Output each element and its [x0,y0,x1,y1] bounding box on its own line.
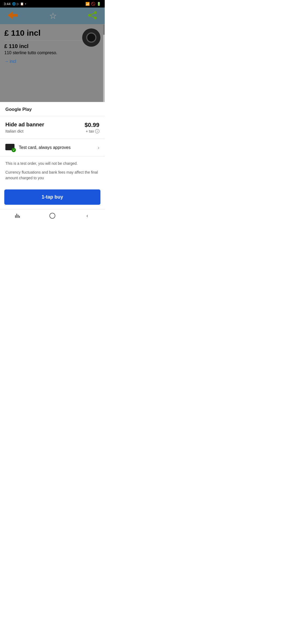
tax-info-icon[interactable]: i [95,129,99,133]
nav-recents-button[interactable] [9,210,26,221]
product-name: Hide ad banner [5,122,44,128]
back-arrow-icon [8,11,18,19]
product-app-name: Italian dict [5,129,44,133]
product-price: $0.99 [85,122,99,129]
nav-back-button[interactable]: ‹ [79,210,95,221]
card-icon-wrap [5,144,15,151]
clipboard-icon: 📋 [20,2,24,6]
product-info: Hide ad banner Italian dict [5,122,44,133]
speaker-icon [82,28,100,47]
disclaimer-line2: Currency fluctuations and bank fees may … [5,170,99,181]
disclaimer-section: This is a test order, you will not be ch… [0,156,105,189]
dict-link[interactable]: → incl [4,59,100,64]
dot-icon: • [25,2,26,5]
svg-marker-0 [8,11,18,19]
scrollbar-thumb [103,24,105,35]
home-circle-icon [49,213,55,219]
dictionary-content: £ 110 incl £ 110 incl 110 sterline tutto… [0,24,105,102]
nav-back-chevron-icon: ‹ [86,213,88,219]
share-button[interactable] [86,9,99,23]
payment-section: Google Play Hide ad banner Italian dict … [0,102,105,209]
share-icon [88,11,97,19]
battery-icon: 🔋 [97,2,101,6]
buy-button[interactable]: 1-tap buy [4,189,100,205]
dict-description: 110 sterline tutto compreso. [4,50,100,55]
card-check-icon [12,148,16,152]
wifi-icon: 📶 [85,2,90,6]
tax-label: + tax [86,129,94,133]
svg-line-5 [89,15,95,18]
payment-method-label: Test card, always approves [19,145,71,150]
google-play-header: Google Play [0,102,105,116]
scrollbar[interactable] [103,24,105,102]
dict-link-arrow: → [4,59,9,64]
product-row: Hide ad banner Italian dict $0.99 + tax … [0,116,105,139]
payment-method-row[interactable]: Test card, always approves › [0,139,105,156]
favorite-button[interactable]: ☆ [47,9,59,23]
blocked-icon: 🚫 [91,2,95,6]
status-left: 3:44 🌐 ▷ 📋 • [4,2,26,6]
app-toolbar: ☆ [0,8,105,24]
back-button[interactable] [5,9,20,23]
speaker-inner [86,32,96,43]
payment-method-left: Test card, always approves [5,144,71,151]
bottom-nav: ‹ [0,209,105,223]
status-time: 3:44 [4,2,10,6]
status-bar: 3:44 🌐 ▷ 📋 • 📶 🚫 🔋 [0,0,105,8]
star-icon: ☆ [49,11,57,21]
status-left-icons: 🌐 ▷ 📋 • [12,2,26,6]
play-icon: ▷ [17,2,19,6]
disclaimer-line1: This is a test order, you will not be ch… [5,161,99,166]
svg-line-4 [89,13,95,15]
product-price-block: $0.99 + tax i [85,122,99,133]
nav-home-button[interactable] [44,210,60,221]
google-play-label: Google Play [5,107,32,112]
bars-icon [15,214,20,218]
speaker-circle [82,28,100,47]
dict-link-text: incl [10,59,16,64]
status-right-icons: 📶 🚫 🔋 [85,2,101,6]
product-tax: + tax i [85,129,99,133]
globe-icon: 🌐 [12,2,16,6]
chevron-right-icon: › [98,145,99,151]
